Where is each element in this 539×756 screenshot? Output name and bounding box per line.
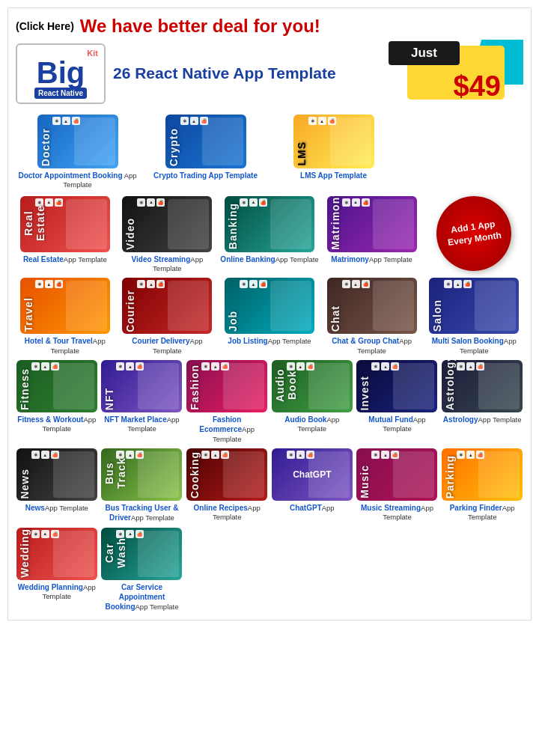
app-news[interactable]: ⚛▲🍎 News NewsApp Template xyxy=(16,448,98,513)
app-chatgpt[interactable]: ⚛▲🍎 ChatGPT ChatGPTApp xyxy=(271,448,353,513)
app-bustrack[interactable]: ⚛▲🍎 Bus Track Bus Tracking User & Driver… xyxy=(101,448,183,523)
price-badge[interactable]: Just $49 xyxy=(389,40,523,107)
app-nft[interactable]: ⚛▲🍎 NFT NFT Market PlaceApp Template xyxy=(101,360,183,434)
app-music[interactable]: ⚛▲🍎 Music Music StreamingApp Template xyxy=(356,448,439,522)
app-fitness[interactable]: ⚛▲🍎 Fitness Fitness & WorkoutApp Templat… xyxy=(16,360,98,434)
app-realestate[interactable]: ⚛▲🍎 Real Estate Real EstateApp Template xyxy=(16,196,115,264)
lms-screen xyxy=(330,118,371,165)
android-icon2: ▲ xyxy=(190,117,198,125)
app-fashion[interactable]: ⚛▲🍎 Fashion Fashion EcommerceApp Templat… xyxy=(186,360,268,444)
app-crypto[interactable]: ⚛ ▲ 🍎 Crypto Crypto Trading App Template xyxy=(144,115,267,180)
app-courier[interactable]: ⚛▲🍎 Courier Courier DeliveryApp Template xyxy=(118,278,217,356)
react-icon: ⚛ xyxy=(52,117,61,125)
app-travel[interactable]: ⚛▲🍎 Travel Hotel & Tour TravelApp Templa… xyxy=(16,278,115,356)
deal-headline: We have better deal for you! xyxy=(80,16,523,37)
add-badge-placeholder xyxy=(400,115,523,168)
crypto-label: Crypto Trading App Template xyxy=(153,171,258,180)
doctor-thumb: ⚛ ▲ 🍎 Doctor xyxy=(37,115,118,168)
app-matrimony[interactable]: ⚛▲🍎 Matrimony MatrimonyApp Template xyxy=(323,196,421,264)
logo-subtitle: React Native xyxy=(34,88,87,99)
android-icon: ▲ xyxy=(62,117,70,125)
add-badge-text: Add 1 App Every Month xyxy=(432,191,517,275)
lms-thumb: ⚛ ▲ 🍎 LMS xyxy=(293,115,374,168)
matrimony-thumb: ⚛▲🍎 Matrimony xyxy=(327,196,417,252)
logo-kit: Kit xyxy=(87,49,98,58)
react-icon2: ⚛ xyxy=(180,117,189,125)
doctor-side-label: Doctor xyxy=(40,128,52,166)
app-wedding[interactable]: ⚛▲🍎 Wedding Wedding PlanningApp Template xyxy=(16,528,98,602)
crypto-screen xyxy=(202,118,243,165)
logo-box: Kit Big React Native xyxy=(16,43,106,104)
banking-thumb: ⚛▲🍎 Banking xyxy=(225,196,314,252)
video-thumb: ⚛▲🍎 Video xyxy=(122,196,212,252)
add-monthly-badge: Add 1 App Every Month xyxy=(424,196,523,252)
doctor-screen xyxy=(74,118,115,165)
template-count: 26 React Native App Template xyxy=(113,64,381,82)
app-cooking[interactable]: ⚛▲🍎 Cooking Online RecipesApp Template xyxy=(186,448,268,522)
lms-label: LMS App Template xyxy=(300,171,367,180)
crypto-thumb: ⚛ ▲ 🍎 Crypto xyxy=(165,115,246,168)
app-lms[interactable]: ⚛ ▲ 🍎 LMS LMS App Template xyxy=(272,115,395,180)
app-salon[interactable]: ⚛▲🍎 Salon Multi Salon BookingApp Templat… xyxy=(424,278,523,356)
dark-just-shape: Just xyxy=(389,41,460,65)
app-parking[interactable]: ⚛▲🍎 Parking Parking FinderApp Template xyxy=(441,448,523,522)
app-invest[interactable]: ⚛▲🍎 Invest Mutual FundApp Template xyxy=(356,360,439,434)
android-icon3: ▲ xyxy=(318,117,326,125)
realestate-thumb: ⚛▲🍎 Real Estate xyxy=(20,196,110,252)
app-doctor[interactable]: ⚛ ▲ 🍎 Doctor Doctor Appointment Booking … xyxy=(16,115,139,190)
react-icon3: ⚛ xyxy=(308,117,317,125)
app-video[interactable]: ⚛▲🍎 Video Video StreamingApp Template xyxy=(118,196,217,274)
app-carwash[interactable]: ⚛▲🍎 Car Wash Car Service Appointment Boo… xyxy=(101,528,183,612)
price-text: $49 xyxy=(454,70,501,103)
lms-side-label: LMS xyxy=(296,141,308,166)
app-job[interactable]: ⚛▲🍎 Job Job ListingApp Template xyxy=(220,278,319,346)
click-here-label: (Click Here) xyxy=(16,20,74,32)
app-audiobook[interactable]: ⚛▲🍎 Audio Book Audio BookApp Template xyxy=(271,360,353,434)
app-astrology[interactable]: ⚛▲🍎 Astrology AstrologyApp Template xyxy=(441,360,523,424)
app-chat[interactable]: ⚛▲🍎 Chat Chat & Group ChatApp Template xyxy=(323,278,421,356)
doctor-label: Doctor Appointment Booking App Template xyxy=(16,171,139,190)
crypto-side-label: Crypto xyxy=(168,128,180,166)
just-text: Just xyxy=(411,46,437,61)
app-banking[interactable]: ⚛▲🍎 Banking Online BankingApp Template xyxy=(220,196,319,264)
logo-big: Big xyxy=(37,58,85,88)
